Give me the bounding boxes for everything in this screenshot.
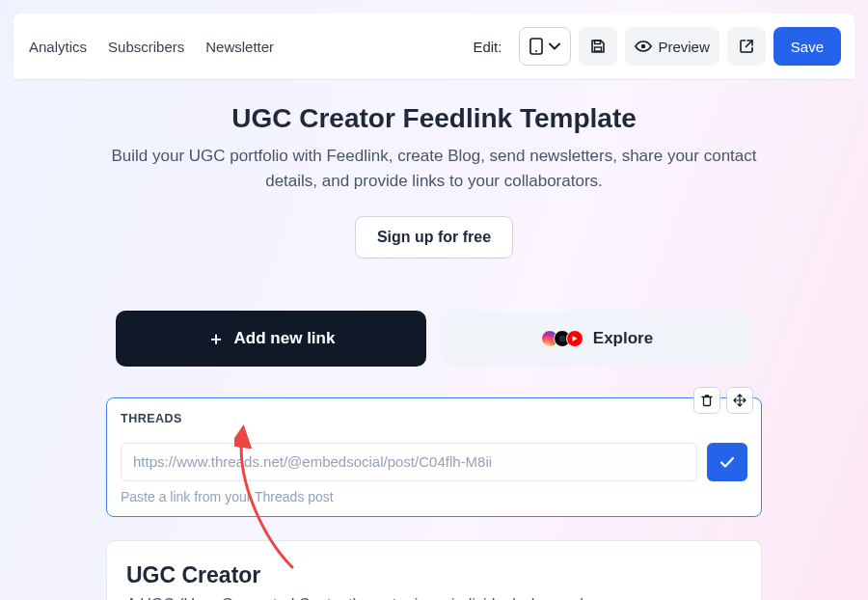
explore-label: Explore <box>593 329 653 348</box>
svg-rect-3 <box>595 41 601 44</box>
preview-label: Preview <box>658 39 709 55</box>
page-title: UGC Creator Feedlink Template <box>19 103 849 134</box>
topbar: Analytics Subscribers Newsletter Edit: P… <box>14 14 854 80</box>
svg-point-4 <box>641 44 645 48</box>
explore-button[interactable]: Explore <box>442 311 752 367</box>
threads-helper-text: Paste a link from your Threads post <box>121 489 747 505</box>
add-link-label: Add new link <box>234 329 336 348</box>
threads-section-label: THREADS <box>121 412 747 425</box>
move-button[interactable] <box>726 387 753 414</box>
eye-icon <box>635 40 652 53</box>
info-card: UGC Creator A UGC (User-Generated Conten… <box>106 540 762 600</box>
chevron-down-icon <box>549 41 560 51</box>
info-card-body: A UGC (User-Generated Content) creator i… <box>126 596 742 600</box>
nav-analytics[interactable]: Analytics <box>29 39 87 55</box>
info-card-title: UGC Creator <box>126 562 742 588</box>
plus-icon: ＋ <box>207 330 225 347</box>
device-select[interactable] <box>519 27 571 66</box>
nav-links: Analytics Subscribers Newsletter <box>29 39 274 55</box>
trash-icon <box>700 394 714 407</box>
svg-point-1 <box>535 50 537 52</box>
social-icons <box>541 330 583 347</box>
mobile-icon <box>529 38 543 55</box>
signup-button[interactable]: Sign up for free <box>355 216 513 259</box>
confirm-button[interactable] <box>707 443 747 481</box>
youtube-icon <box>566 330 583 347</box>
nav-newsletter[interactable]: Newsletter <box>205 39 274 55</box>
threads-card: THREADS Paste a link from your Threads p… <box>106 397 762 517</box>
svg-rect-2 <box>595 47 602 51</box>
delete-button[interactable] <box>693 387 720 414</box>
move-icon <box>733 394 746 407</box>
add-new-link-button[interactable]: ＋ Add new link <box>116 311 426 367</box>
save-icon <box>590 39 606 54</box>
save-draft-button[interactable] <box>579 27 617 66</box>
check-icon <box>719 455 735 469</box>
external-link-icon <box>739 39 754 54</box>
save-button[interactable]: Save <box>773 27 841 66</box>
preview-button[interactable]: Preview <box>625 27 719 66</box>
page-subtitle: Build your UGC portfolio with Feedlink, … <box>96 144 772 195</box>
open-external-button[interactable] <box>727 27 766 66</box>
edit-label: Edit: <box>473 39 502 55</box>
nav-subscribers[interactable]: Subscribers <box>108 39 184 55</box>
threads-url-input[interactable] <box>121 443 697 481</box>
